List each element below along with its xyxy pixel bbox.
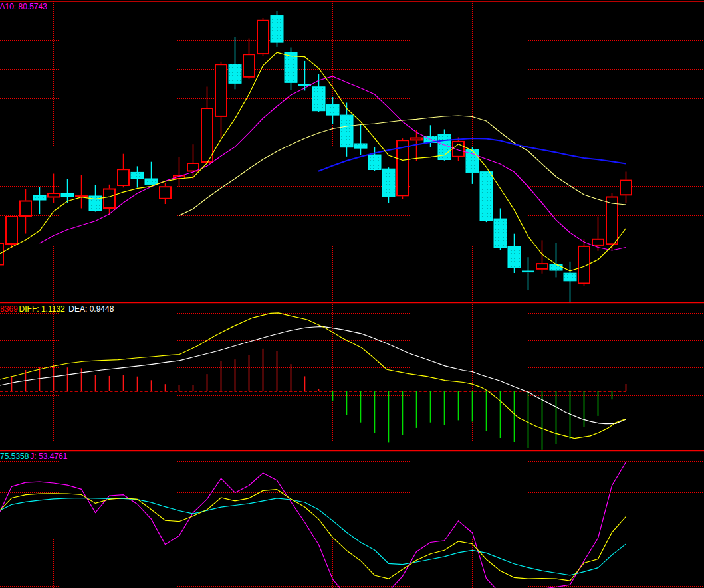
- svg-text:DIFF: 1.1132: DIFF: 1.1132: [19, 304, 65, 314]
- svg-text:MA10: 80.5743: MA10: 80.5743: [0, 2, 47, 11]
- svg-text:D: 75.5358: D: 75.5358: [0, 452, 29, 461]
- svg-text:J: 53.4761: J: 53.4761: [30, 452, 67, 461]
- svg-text:MACD: 0.8369: MACD: 0.8369: [0, 304, 18, 314]
- svg-text:DEA: 0.9448: DEA: 0.9448: [68, 304, 114, 314]
